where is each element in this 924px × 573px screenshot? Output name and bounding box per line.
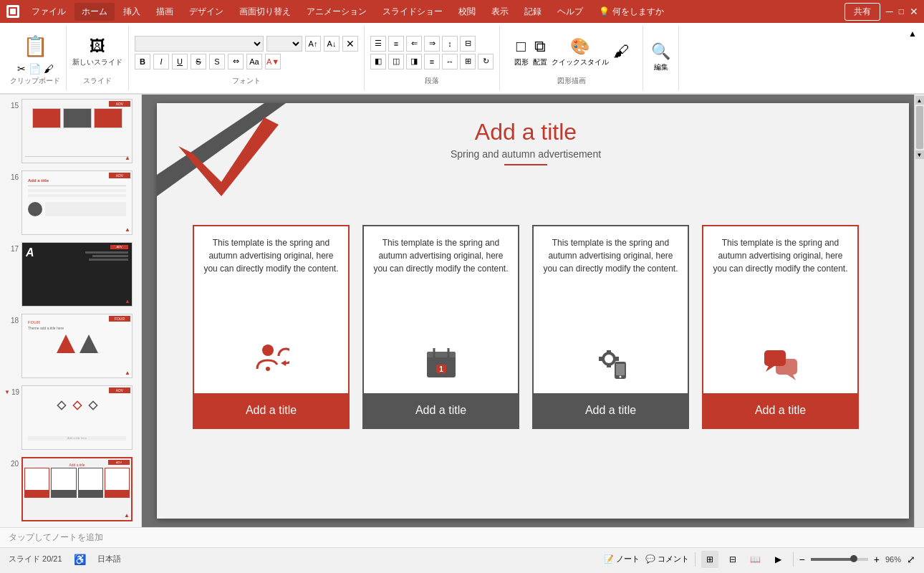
new-slide-button[interactable]: 🖼 xyxy=(90,37,105,56)
smart-art-button[interactable]: ⊞ xyxy=(460,54,476,69)
svg-point-35 xyxy=(619,376,621,378)
slide-item-16[interactable]: 16 ADV Add a title ▲ xyxy=(3,169,138,236)
paste-button[interactable]: 📋 xyxy=(19,30,51,62)
zoom-out-button[interactable]: − xyxy=(799,554,805,565)
share-button[interactable]: 共有 xyxy=(844,3,880,21)
zoom-in-button[interactable]: + xyxy=(874,554,880,565)
card-2[interactable]: This template is the spring and autumn a… xyxy=(362,225,519,429)
slide-canvas: Add a title Spring and autumn advertisem… xyxy=(157,103,909,519)
slide-number-20: 20 xyxy=(4,460,19,468)
format-paint-button[interactable]: 🖌 xyxy=(44,63,54,74)
menu-record[interactable]: 記録 xyxy=(517,3,549,21)
line-spacing-button[interactable]: ↕ xyxy=(442,36,458,52)
card-3[interactable]: This template is the spring and autumn a… xyxy=(532,225,689,429)
menu-draw[interactable]: 描画 xyxy=(149,3,181,21)
slide-item-18[interactable]: 18 FOUR FOUR Theme add a title here ▲ xyxy=(3,312,138,380)
comments-button[interactable]: 💬 コメント xyxy=(645,554,689,564)
decrease-indent-button[interactable]: ⇐ xyxy=(406,36,422,52)
case-button[interactable]: Aa xyxy=(246,54,262,69)
copy-button[interactable]: 📄 xyxy=(29,63,41,74)
card-3-text: This template is the spring and autumn a… xyxy=(542,236,679,275)
decrease-font-button[interactable]: A↓ xyxy=(324,36,340,52)
columns-button[interactable]: ⊟ xyxy=(460,36,476,52)
svg-marker-39 xyxy=(787,375,796,380)
svg-marker-3 xyxy=(57,334,75,353)
align-left-button[interactable]: ◧ xyxy=(370,54,386,69)
menu-view[interactable]: 表示 xyxy=(484,3,516,21)
svg-rect-2 xyxy=(10,9,16,14)
scroll-up-button[interactable]: ▲ xyxy=(915,96,924,105)
slide-item-17[interactable]: 17 A ADV ▲ xyxy=(3,241,138,308)
font-color-button[interactable]: A▼ xyxy=(265,54,281,69)
convert-button[interactable]: ↻ xyxy=(478,54,494,69)
slide-item-20[interactable]: 20 ADV Add a title xyxy=(3,456,138,523)
shapes-button[interactable]: □ xyxy=(516,37,526,56)
font-family-select[interactable] xyxy=(135,36,264,52)
edit-label: 編集 xyxy=(654,62,668,72)
scroll-thumb[interactable] xyxy=(916,106,923,149)
scroll-down-button[interactable]: ▼ xyxy=(915,150,924,159)
increase-indent-button[interactable]: ⇒ xyxy=(424,36,440,52)
bold-button[interactable]: B xyxy=(135,54,150,69)
card-1[interactable]: This template is the spring and autumn a… xyxy=(193,225,350,429)
edit-button[interactable]: 🔍 xyxy=(651,42,670,61)
menu-home[interactable]: ホーム xyxy=(74,3,115,21)
slide-item-19[interactable]: ▼19 ADV Add a title here xyxy=(3,384,138,451)
bullet-list-button[interactable]: ☰ xyxy=(370,36,386,52)
menu-transition[interactable]: 画面切り替え xyxy=(232,3,298,21)
card-4[interactable]: This template is the spring and autumn a… xyxy=(702,225,859,429)
ribbon-slides-group: 🖼 新しいスライド スライド xyxy=(67,26,129,90)
justify-button[interactable]: ≡ xyxy=(424,54,440,69)
slide-thumb-17: A ADV ▲ xyxy=(21,242,133,307)
increase-font-button[interactable]: A↑ xyxy=(305,36,321,52)
zoom-slider[interactable] xyxy=(811,558,868,561)
accessibility-icon[interactable]: ♿ xyxy=(74,554,86,565)
vertical-scrollbar[interactable]: ▲ ▼ xyxy=(914,95,924,527)
slide-title[interactable]: Add a title Spring and autumn advertisem… xyxy=(157,119,895,165)
svg-rect-7 xyxy=(89,401,97,409)
menu-review[interactable]: 校閲 xyxy=(451,3,483,21)
notes-button[interactable]: 📝 ノート xyxy=(604,554,640,564)
svg-marker-19 xyxy=(281,360,286,366)
subtitle-underline xyxy=(504,164,547,165)
menu-insert[interactable]: 挿入 xyxy=(116,3,148,21)
slide-number-16: 16 xyxy=(4,173,19,181)
clear-format-button[interactable]: ✕ xyxy=(342,36,358,52)
maximize-icon[interactable]: □ xyxy=(899,6,904,16)
drawing-label: 図形描画 xyxy=(557,76,586,87)
align-center-button[interactable]: ◫ xyxy=(388,54,404,69)
text-direction-button[interactable]: ↔ xyxy=(442,54,458,69)
slideshow-button[interactable]: ▶ xyxy=(770,551,787,568)
svg-rect-30 xyxy=(607,363,611,367)
menu-design[interactable]: デザイン xyxy=(182,3,231,21)
cut-button[interactable]: ✂ xyxy=(17,63,26,74)
italic-button[interactable]: I xyxy=(153,54,169,69)
shape-fill-button[interactable]: 🖌 xyxy=(613,42,629,61)
align-right-button[interactable]: ◨ xyxy=(406,54,422,69)
char-spacing-button[interactable]: ⇔ xyxy=(228,54,244,69)
notes-bar[interactable]: タップしてノートを追加 xyxy=(0,527,924,547)
quick-styles-button[interactable]: 🎨 xyxy=(570,37,589,56)
reading-view-button[interactable]: 📖 xyxy=(747,551,764,568)
normal-view-button[interactable]: ⊞ xyxy=(701,551,718,568)
arrange-button[interactable]: ⧉ xyxy=(534,37,546,56)
ribbon-clipboard-group: 📋 ✂ 📄 🖌 クリップボード xyxy=(4,26,67,90)
slide-sorter-button[interactable]: ⊟ xyxy=(724,551,741,568)
menu-slideshow[interactable]: スライドショー xyxy=(375,3,450,21)
status-right: 📝 ノート 💬 コメント ⊞ ⊟ 📖 ▶ − + 96% ⤢ xyxy=(604,551,915,568)
menu-animation[interactable]: アニメーション xyxy=(299,3,374,21)
strikethrough-button[interactable]: S xyxy=(191,54,206,69)
menu-file[interactable]: ファイル xyxy=(24,3,73,21)
shadow-button[interactable]: S xyxy=(209,54,225,69)
close-icon[interactable]: ✕ xyxy=(910,6,918,17)
minimize-icon[interactable]: ─ xyxy=(886,6,893,17)
menu-search[interactable]: 💡 何をしますか xyxy=(592,3,671,21)
ribbon-collapse-button[interactable]: ▲ xyxy=(905,26,920,42)
underline-button[interactable]: U xyxy=(172,54,188,69)
menu-help[interactable]: ヘルプ xyxy=(550,3,590,21)
numbered-list-button[interactable]: ≡ xyxy=(388,36,404,52)
slide-item-15[interactable]: 15 ADV ▲ xyxy=(3,97,138,165)
font-size-select[interactable] xyxy=(266,36,302,52)
fit-to-window-button[interactable]: ⤢ xyxy=(907,554,915,565)
slide-subtitle: Spring and autumn advertisement xyxy=(157,148,895,160)
